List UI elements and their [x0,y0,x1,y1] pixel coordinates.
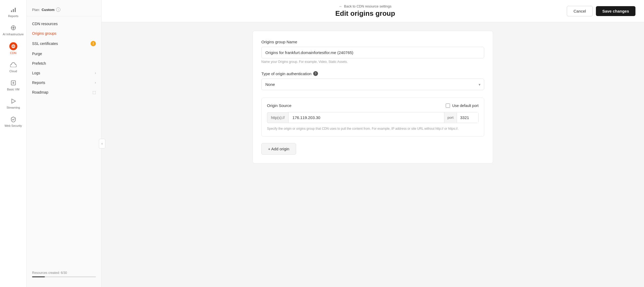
ai-icon [10,24,17,32]
ssl-warning-badge: ! [91,41,96,46]
main-content: ← Back to CDN resource settings Edit ori… [102,0,644,287]
reports-chevron-icon: › [95,81,96,85]
nav-origins-groups-label: Origins groups [32,31,56,36]
origin-input-row: http(s):// port [267,112,479,123]
reports-icon [10,6,17,13]
nav-item-reports[interactable]: Reports › [27,78,101,87]
origin-source-title: Origin Source [267,103,292,108]
websecurity-icon [10,116,17,123]
svg-rect-1 [13,9,14,12]
resources-progress-track [32,276,96,277]
nav-item-cdn-resources[interactable]: CDN resources [27,19,101,29]
plan-bar: Plan: Custom i [27,5,101,16]
use-default-port-label: Use default port [452,104,479,108]
add-origin-button[interactable]: + Add origin [261,143,296,155]
nav-reports-label: Reports [32,81,45,85]
roadmap-external-icon: ⬚ [92,90,96,94]
form-card: Origins group Name Name your Origins gro… [253,31,493,163]
back-link-text: Back to CDN resource settings [344,4,391,8]
sidebar-item-cdn-label: CDN [10,51,17,55]
nav-item-ssl[interactable]: SSL certificates ! [27,38,101,49]
cloud-icon [10,61,17,68]
back-link[interactable]: ← Back to CDN resource settings [339,4,391,8]
sidebar-item-streaming-label: Streaming [6,106,20,109]
origins-group-name-hint: Name your Origins group. For example, Vi… [261,60,484,64]
sidebar-item-ai[interactable]: AI Infrastructure [0,21,26,39]
protocol-label: http(s):// [267,112,288,123]
main-sidebar: Reports AI Infrastructure CDN Cloud Basi… [0,0,27,287]
sidebar-item-cloud[interactable]: Cloud [0,58,26,76]
sidebar-item-cloud-label: Cloud [9,70,17,73]
resources-label: Resources created: 6/30 [32,271,67,275]
nav-logs-label: Logs [32,71,40,75]
origins-group-name-label: Origins group Name [261,40,484,44]
svg-rect-2 [15,8,16,12]
svg-rect-0 [11,10,12,12]
origins-group-name-input[interactable] [261,47,484,58]
plan-info-icon[interactable]: i [56,7,60,12]
sidebar-item-basicvm-label: Basic VM [7,88,19,91]
svg-point-4 [13,27,14,29]
resources-bar: Resources created: 6/30 [27,267,101,282]
content-area: Origins group Name Name your Origins gro… [102,22,644,287]
streaming-icon [10,97,17,105]
nav-purge-label: Purge [32,52,42,56]
nav-item-roadmap[interactable]: Roadmap ⬚ [27,87,101,97]
sidebar-item-reports-label: Reports [8,14,18,18]
nav-roadmap-label: Roadmap [32,90,48,94]
sidebar-item-websecurity[interactable]: Web Security [0,112,26,131]
use-default-port-checkbox[interactable] [446,104,450,108]
plan-name: Custom [42,8,55,12]
cdn-icon [9,42,17,50]
resources-progress-fill [32,276,45,277]
origin-source-box: Origin Source Use default port http(s):/… [261,98,484,137]
nav-ssl-label: SSL certificates [32,41,58,46]
origins-group-name-group: Origins group Name Name your Origins gro… [261,40,484,64]
nav-cdn-resources-label: CDN resources [32,22,58,26]
sidebar-item-ai-label: AI Infrastructure [3,33,24,36]
nav-item-purge[interactable]: Purge [27,49,101,59]
port-box: port [444,112,479,123]
sidebar-item-websecurity-label: Web Security [5,124,22,127]
sidebar-item-cdn[interactable]: CDN [0,39,26,58]
port-label-text: port [444,113,457,123]
origin-source-header: Origin Source Use default port [267,103,479,108]
port-input[interactable] [457,112,478,123]
auth-type-select-wrap: None AWS Signature V4 Basic Auth ▾ [261,79,484,90]
page-title: Edit origins group [335,9,395,18]
header-center: ← Back to CDN resource settings Edit ori… [335,4,395,18]
auth-type-select[interactable]: None AWS Signature V4 Basic Auth [261,79,484,90]
nav-item-prefetch[interactable]: Prefetch [27,59,101,68]
header-actions: Cancel Save changes [567,6,635,16]
collapse-sidebar-button[interactable]: ‹ [99,139,105,148]
nav-item-logs[interactable]: Logs › [27,68,101,78]
sidebar-item-streaming[interactable]: Streaming [0,94,26,112]
page-header: ← Back to CDN resource settings Edit ori… [102,0,644,22]
nav-item-origins-groups[interactable]: Origins groups [27,29,101,38]
secondary-sidebar: Plan: Custom i CDN resources Origins gro… [27,0,102,287]
origin-ip-input[interactable] [288,112,444,123]
use-default-port-checkbox-label[interactable]: Use default port [446,104,479,108]
nav-prefetch-label: Prefetch [32,61,46,66]
sidebar-item-reports[interactable]: Reports [0,3,26,21]
save-changes-button[interactable]: Save changes [596,6,635,16]
auth-type-help-icon[interactable]: ? [313,71,318,76]
cancel-button[interactable]: Cancel [567,6,593,16]
auth-type-label: Type of origin authentication ? [261,71,484,76]
origin-hint: Specify the origin or origins group that… [267,126,479,131]
back-arrow-icon: ← [339,4,342,8]
sidebar-item-basicvm[interactable]: Basic VM [0,76,26,94]
svg-marker-13 [12,99,15,103]
auth-type-group: Type of origin authentication ? None AWS… [261,71,484,90]
logs-chevron-icon: › [95,71,96,75]
basicvm-icon [10,79,17,87]
plan-label: Plan: [32,8,40,12]
